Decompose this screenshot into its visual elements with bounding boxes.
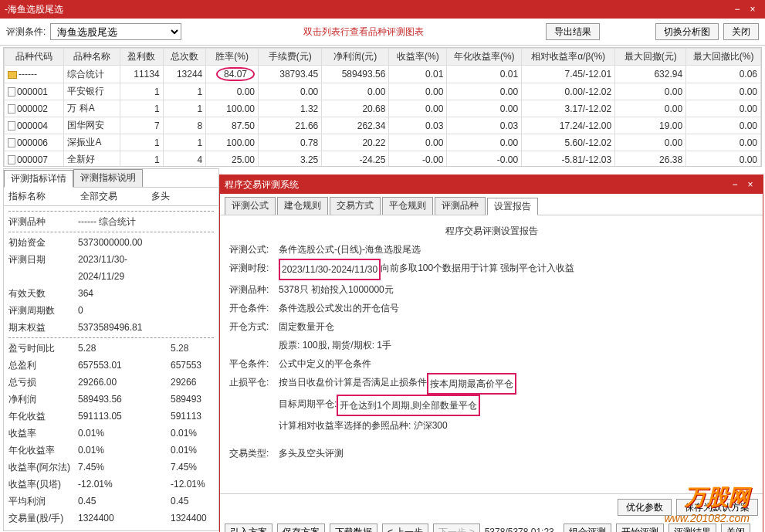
- file-icon: [8, 104, 15, 114]
- modal-titlebar: 程序交易评测系统 − ×: [220, 175, 763, 194]
- modal-close-button[interactable]: 关闭: [721, 524, 750, 532]
- next-button: 下一步 >: [433, 524, 479, 532]
- detail-col-long: 多头: [147, 188, 218, 205]
- col-header[interactable]: 手续费(元): [259, 49, 322, 66]
- col-header[interactable]: 收益率(%): [389, 49, 447, 66]
- download-button[interactable]: 下载数据: [330, 524, 377, 532]
- detail-col-name: 指标名称: [4, 188, 76, 205]
- winrate-highlight: 84.07: [216, 67, 255, 81]
- detail-row: 评测品种------ 综合统计: [8, 213, 214, 230]
- condition-select[interactable]: 海鱼选股尾选: [50, 23, 181, 40]
- table-row[interactable]: 000002万 科A11100.001.3220.680.000.003.17/…: [5, 100, 761, 117]
- modal-tab[interactable]: 评测品种: [435, 197, 486, 215]
- detail-row: 总盈利657553.01657553: [8, 357, 214, 374]
- detail-row: 评测周期数0: [8, 302, 214, 319]
- tab-desc[interactable]: 评测指标说明: [73, 169, 143, 187]
- tab-detail[interactable]: 评测指标详情: [4, 170, 73, 188]
- table-row[interactable]: 000004国华网安7887.5021.66262.340.030.0317.2…: [5, 117, 761, 134]
- modal-tab[interactable]: 评测公式: [225, 197, 276, 215]
- detail-row: 交易量(股/手)13244001324400: [8, 510, 214, 527]
- modal-minimize-icon[interactable]: −: [727, 179, 743, 190]
- watermark-logo: 万股网 www.201082.com: [664, 483, 750, 524]
- import-button[interactable]: 引入方案: [225, 524, 272, 532]
- main-titlebar: -海鱼选股尾选 − ×: [0, 0, 765, 19]
- detail-row: 评测日期2023/11/30-2024/11/29: [8, 251, 214, 285]
- modal-tab[interactable]: 设置报告: [487, 198, 538, 215]
- detail-row: 年化收益率0.01%0.01%: [8, 442, 214, 459]
- stop-highlight: 按本周期最高价平仓: [427, 373, 516, 395]
- save-scheme-button[interactable]: 保存方案: [277, 524, 325, 532]
- window-title: -海鱼选股尾选: [5, 3, 63, 16]
- start-eval-button[interactable]: 开始评测: [616, 524, 664, 532]
- detail-row: 收益率0.01%0.01%: [8, 425, 214, 442]
- modal-title: 程序交易评测系统: [225, 178, 299, 191]
- col-header[interactable]: 最大回撤(元): [615, 49, 686, 66]
- col-header[interactable]: 相对收益率α/β(%): [522, 49, 615, 66]
- progress-text: 5378/5378 01:23: [485, 527, 554, 532]
- combo-eval-button[interactable]: 组合评测: [564, 524, 611, 532]
- minimize-icon[interactable]: −: [729, 4, 745, 15]
- col-header[interactable]: 盈利数: [120, 49, 164, 66]
- toolbar: 评测条件: 海鱼选股尾选 双击列表行查看品种评测图表 导出结果 切换分析图 关闭: [0, 19, 765, 46]
- close-button[interactable]: 关闭: [723, 23, 759, 40]
- modal-tab[interactable]: 建仓规则: [277, 197, 328, 215]
- detail-row: 年化收益591113.05591113: [8, 408, 214, 425]
- detail-row: 总亏损29266.0029266: [8, 374, 214, 391]
- modal-tab[interactable]: 平仓规则: [382, 197, 433, 215]
- col-header[interactable]: 最大回撤比(%): [686, 49, 761, 66]
- close-icon[interactable]: ×: [745, 4, 760, 15]
- report-title: 程序交易评测设置报告: [229, 222, 753, 240]
- detail-row: 有效天数364: [8, 285, 214, 302]
- detail-row: 收益率(贝塔)-12.01%-12.01%: [8, 476, 214, 493]
- switch-chart-button[interactable]: 切换分析图: [655, 23, 719, 40]
- detail-row: 期末权益5373589496.81: [8, 319, 214, 336]
- detail-row: 初始资金5373000000.00: [8, 234, 214, 251]
- table-row[interactable]: 000001平安银行110.000.000.000.000.000.00/-12…: [5, 83, 761, 100]
- modal-close-icon[interactable]: ×: [743, 179, 758, 190]
- file-icon: [8, 155, 15, 164]
- hint-text: 双击列表行查看品种评测图表: [186, 25, 541, 39]
- result-button[interactable]: 评测结果: [669, 524, 716, 532]
- target-highlight: 开仓达到1个周期,则全部数量平仓: [337, 395, 480, 416]
- col-header[interactable]: 净利润(元): [322, 49, 389, 66]
- detail-row: 净利润589493.56589493: [8, 391, 214, 408]
- file-icon: [8, 138, 15, 147]
- detail-row: 盈亏时间比5.285.28: [8, 340, 214, 357]
- col-header[interactable]: 品种代码: [5, 49, 64, 66]
- col-header[interactable]: 年化收益率(%): [447, 49, 522, 66]
- prev-button[interactable]: < 上一步: [382, 524, 428, 532]
- export-button[interactable]: 导出结果: [546, 23, 600, 40]
- table-row[interactable]: 000006深振业A11100.000.7820.220.000.005.60/…: [5, 134, 761, 151]
- col-header[interactable]: 总次数: [163, 49, 206, 66]
- file-icon: [8, 121, 15, 130]
- modal-tab[interactable]: 交易方式: [330, 197, 381, 215]
- col-header[interactable]: 胜率(%): [206, 49, 259, 66]
- detail-col-all: 全部交易: [76, 188, 147, 205]
- folder-icon: [8, 71, 17, 79]
- file-icon: [8, 87, 15, 97]
- detail-row: 平均利润0.450.45: [8, 493, 214, 510]
- table-row[interactable]: ------综合统计111341324484.0738793.45589493.…: [5, 66, 761, 83]
- table-row[interactable]: 000007全新好1425.003.25-24.25-0.00-0.00-5.8…: [5, 151, 761, 168]
- result-table: 品种代码品种名称盈利数总次数胜率(%)手续费(元)净利润(元)收益率(%)年化收…: [3, 47, 762, 167]
- condition-label: 评测条件:: [6, 25, 46, 39]
- col-header[interactable]: 品种名称: [64, 49, 120, 66]
- eval-modal: 程序交易评测系统 − × 评测公式建仓规则交易方式平仓规则评测品种设置报告 程序…: [219, 175, 763, 532]
- detail-panel: 评测指标详情 评测指标说明 指标名称 全部交易 多头 评测品种------ 综合…: [3, 168, 219, 531]
- period-highlight: 2023/11/30-2024/11/30: [279, 259, 381, 280]
- detail-row: 收益率(阿尔法)7.45%7.45%: [8, 459, 214, 476]
- report-body: 程序交易评测设置报告 评测公式:条件选股公式-(日线)-海鱼选股尾选 评测时段:…: [220, 215, 763, 493]
